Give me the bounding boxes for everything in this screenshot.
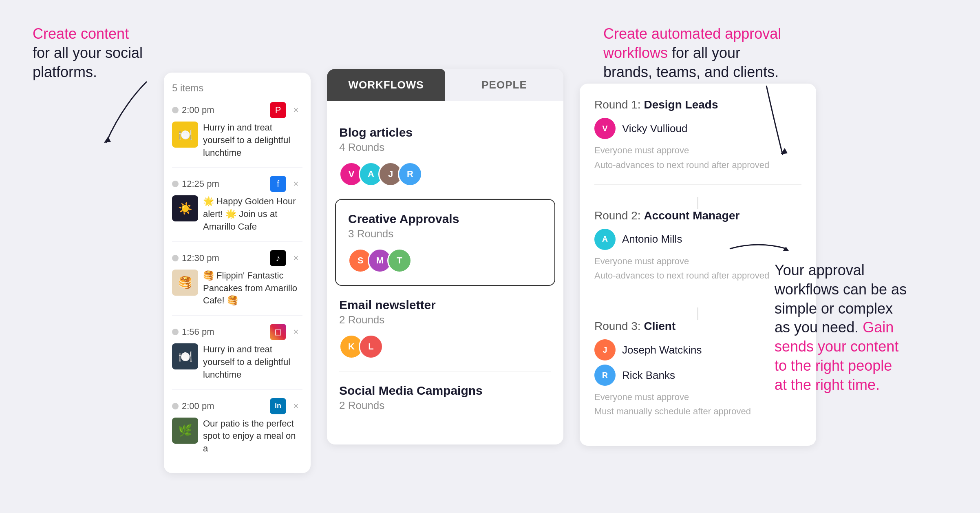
workflow-item-creative[interactable]: Creative Approvals 3 Rounds S M T	[335, 199, 555, 286]
approver-name: Rick Banks	[622, 369, 675, 382]
approver-name: Joseph Watckins	[622, 344, 702, 356]
workflow-name: Social Media Campaigns	[339, 384, 551, 398]
avatar: R	[398, 162, 422, 186]
time-dot	[172, 403, 179, 409]
item-text: 🥞 Flippin' Fantastic Pancakes from Amari…	[203, 270, 302, 307]
svg-marker-0	[104, 137, 111, 143]
close-button[interactable]: ×	[289, 325, 302, 338]
arrow-round2	[726, 228, 791, 269]
annotation-tr-line2-rest: for all your	[668, 44, 740, 61]
item-time: 1:56 pm	[172, 327, 214, 337]
approver-avatar: R	[594, 365, 616, 386]
approver-avatar: J	[594, 339, 616, 360]
platform-badge-linkedin: in	[270, 398, 286, 414]
item-time: 12:25 pm	[172, 179, 219, 189]
avatar: L	[359, 334, 383, 359]
round-title: Round 3: Client	[594, 320, 801, 333]
annotation-br-line3: simple or complex	[775, 300, 893, 317]
tab-workflows[interactable]: WORKFLOWS	[327, 69, 445, 101]
annotation-tr-highlight: Create automated approval	[603, 25, 781, 42]
item-text: Hurry in and treat yourself to a delight…	[203, 343, 302, 381]
workflow-rounds: 2 Rounds	[339, 314, 551, 326]
time-dot	[172, 329, 179, 335]
item-main: 2:00 pm in × 🌿 Our patio is the perfect …	[172, 398, 302, 455]
time-text: 1:56 pm	[182, 327, 214, 337]
approver-avatar: V	[594, 118, 616, 139]
item-thumbnail: ☀️	[172, 195, 198, 221]
close-button[interactable]: ×	[289, 104, 302, 117]
schedule-item: 2:00 pm P × 🍽️ Hurry in and treat yourse…	[172, 102, 302, 168]
workflow-avatars: V A J R	[339, 162, 551, 186]
item-thumbnail: 🍽️	[172, 122, 198, 148]
round-title-strong: Client	[644, 320, 675, 332]
annotation-bottom-right: Your approval workflows can be as simple…	[775, 261, 907, 395]
item-content: 🥞 🥞 Flippin' Fantastic Pancakes from Ama…	[172, 270, 302, 307]
item-time: 12:30 pm	[172, 253, 219, 263]
item-main: 12:25 pm f × ☀️ 🌟 Happy Golden Hour aler…	[172, 176, 302, 233]
close-button[interactable]: ×	[289, 177, 302, 190]
close-button[interactable]: ×	[289, 400, 302, 413]
workflows-tabs: WORKFLOWS PEOPLE	[327, 69, 563, 101]
item-text: Hurry in and treat yourself to a delight…	[203, 122, 302, 159]
schedule-item: 1:56 pm ◻ × 🍽️ Hurry in and treat yourse…	[172, 324, 302, 389]
page-container: Create content for all your social platf…	[0, 0, 980, 513]
schedule-item: 12:25 pm f × ☀️ 🌟 Happy Golden Hour aler…	[172, 176, 302, 241]
workflow-avatars: S M T	[348, 248, 542, 273]
workflow-name: Email newsletter	[339, 298, 551, 312]
approver-row: V Vicky Vullioud	[594, 118, 801, 139]
annotation-br-gain: Gain	[863, 319, 894, 336]
item-header: 1:56 pm ◻ ×	[172, 324, 302, 340]
annotation-top-right: Create automated approval workflows for …	[603, 24, 781, 82]
time-text: 2:00 pm	[182, 105, 214, 115]
item-main: 2:00 pm P × 🍽️ Hurry in and treat yourse…	[172, 102, 302, 159]
round-meta: Everyone must approveAuto-advances to ne…	[594, 143, 801, 172]
workflow-name: Blog articles	[339, 126, 551, 139]
item-content: 🍽️ Hurry in and treat yourself to a deli…	[172, 122, 302, 159]
workflow-item-social[interactable]: Social Media Campaigns 2 Rounds	[339, 371, 551, 432]
time-text: 12:30 pm	[182, 253, 219, 263]
workflow-name: Creative Approvals	[348, 212, 542, 226]
middle-panel: WORKFLOWS PEOPLE Blog articles 4 Rounds …	[327, 69, 563, 444]
item-thumbnail: 🍽️	[172, 343, 198, 369]
schedule-item: 2:00 pm in × 🌿 Our patio is the perfect …	[172, 398, 302, 463]
annotation-tr-line3: brands, teams, and clients.	[603, 64, 779, 80]
schedule-item: 12:30 pm ♪ × 🥞 🥞 Flippin' Fantastic Panc…	[172, 250, 302, 316]
platform-badge-pinterest: P	[270, 102, 286, 118]
round-title-strong: Design Leads	[644, 98, 718, 111]
approver-name: Antonio Mills	[622, 233, 682, 245]
item-header: 2:00 pm in ×	[172, 398, 302, 414]
item-header: 12:25 pm f ×	[172, 176, 302, 192]
item-main: 12:30 pm ♪ × 🥞 🥞 Flippin' Fantastic Panc…	[172, 250, 302, 307]
item-header: 12:30 pm ♪ ×	[172, 250, 302, 266]
approver-row: R Rick Banks	[594, 365, 801, 386]
workflow-rounds: 3 Rounds	[348, 228, 542, 240]
annotation-br-line2: workflows can be as	[775, 281, 907, 298]
platform-badge-facebook: f	[270, 176, 286, 192]
time-dot	[172, 181, 179, 187]
item-time: 2:00 pm	[172, 105, 214, 115]
round-title: Round 2: Account Manager	[594, 209, 801, 222]
time-dot	[172, 255, 179, 261]
tab-people[interactable]: PEOPLE	[445, 69, 563, 101]
workflow-item-email[interactable]: Email newsletter 2 Rounds K L	[339, 286, 551, 371]
workflow-rounds: 4 Rounds	[339, 141, 551, 154]
close-button[interactable]: ×	[289, 252, 302, 265]
workflow-avatars: K L	[339, 334, 551, 359]
round-title-strong: Account Manager	[644, 209, 739, 222]
item-header: 2:00 pm P ×	[172, 102, 302, 118]
approver-row: J Joseph Watckins	[594, 339, 801, 360]
annotation-br-line6: to the right people	[775, 357, 892, 374]
annotation-tl-highlight: Create content	[33, 25, 129, 42]
round-connector	[697, 197, 698, 209]
annotation-br-line7: at the right time.	[775, 376, 880, 393]
item-thumbnail: 🥞	[172, 270, 198, 296]
workflow-item-blog[interactable]: Blog articles 4 Rounds V A J R	[339, 113, 551, 199]
item-time: 2:00 pm	[172, 401, 214, 411]
platform-badge-instagram: ◻	[270, 324, 286, 340]
avatar: T	[387, 248, 412, 273]
round-title: Round 1: Design Leads	[594, 98, 801, 111]
item-text: Our patio is the perfect spot to enjoy a…	[203, 418, 302, 455]
approver-name: Vicky Vullioud	[622, 122, 687, 135]
item-main: 1:56 pm ◻ × 🍽️ Hurry in and treat yourse…	[172, 324, 302, 381]
item-content: ☀️ 🌟 Happy Golden Hour alert! 🌟 Join us …	[172, 195, 302, 233]
